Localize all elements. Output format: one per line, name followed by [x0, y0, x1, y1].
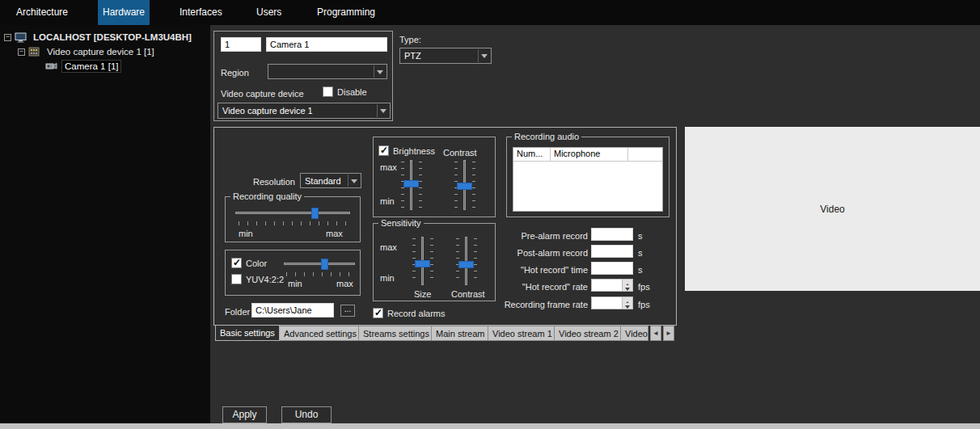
hot-record-rate-field[interactable]	[592, 280, 623, 291]
recording-frame-rate-label: Recording frame rate	[484, 299, 588, 310]
browse-button[interactable]: ...	[340, 305, 355, 317]
menu-interfaces[interactable]: Interfaces	[180, 0, 222, 25]
tab-scroll-left-icon[interactable]: ◄	[650, 326, 661, 341]
record-alarms-label: Record alarms	[387, 309, 446, 318]
pre-alarm-label: Pre-alarm record	[484, 230, 588, 242]
sensitivity-size-slider[interactable]	[412, 237, 433, 285]
slider-ticks	[419, 162, 422, 208]
slider-track	[235, 212, 350, 214]
slider-ticks	[472, 162, 475, 208]
disable-checkbox-label: Disable	[337, 87, 367, 97]
tree-row-localhost[interactable]: LOCALHOST [DESKTOP-LM3U4BH]	[0, 30, 210, 44]
tab-video-stream-2[interactable]: Video stream 2	[555, 326, 621, 341]
hot-record-time-field[interactable]	[591, 262, 633, 275]
brightness-checkbox[interactable]: Brightness	[378, 145, 435, 156]
post-alarm-label: Post-alarm record	[484, 247, 588, 259]
record-alarms-checkbox[interactable]: Record alarms	[373, 308, 446, 318]
capture-device-select[interactable]: Video capture device 1	[218, 103, 391, 119]
tree-item-camera[interactable]: Camera 1 [1]	[61, 60, 121, 73]
status-bar	[0, 423, 980, 429]
recording-audio-group: Recording audio Num... Microphone	[506, 137, 670, 217]
brightness-checkbox-label: Brightness	[393, 146, 435, 156]
video-preview-label: Video	[820, 204, 844, 215]
tab-main-stream[interactable]: Main stream	[432, 326, 488, 341]
stepper-down-icon[interactable]	[623, 303, 632, 309]
checkbox-icon	[373, 308, 383, 318]
checkbox-icon	[323, 86, 333, 97]
recording-frame-rate-stepper[interactable]	[591, 297, 633, 309]
audio-col-number[interactable]: Num...	[513, 148, 551, 161]
slider-thumb[interactable]	[311, 208, 319, 219]
color-group: Color YUV4:2:2 min max	[225, 250, 361, 296]
tree-row-capture-device[interactable]: Video capture device 1 [1]	[0, 44, 210, 59]
tab-scroll-right-icon[interactable]: ►	[663, 326, 674, 341]
tab-video[interactable]: Video	[621, 326, 648, 341]
tree-row-camera[interactable]: Camera 1 [1]	[0, 59, 210, 74]
recording-quality-group: Recording quality min max	[225, 196, 361, 242]
collapse-icon[interactable]	[4, 34, 11, 41]
menu-architecture[interactable]: Architecture	[16, 0, 68, 25]
recording-quality-slider[interactable]	[235, 206, 350, 221]
slider-ticks	[239, 221, 347, 225]
chevron-down-icon	[374, 65, 386, 78]
chevron-down-icon	[348, 175, 360, 187]
size-label: Size	[414, 288, 431, 300]
hot-record-rate-stepper[interactable]	[591, 279, 633, 292]
sensitivity-contrast-slider[interactable]	[456, 237, 477, 285]
contrast-label: Contrast	[443, 147, 477, 158]
slider-thumb[interactable]	[415, 260, 430, 267]
apply-button[interactable]: Apply	[222, 406, 267, 423]
recording-frame-rate-unit: fps	[638, 299, 650, 310]
hot-record-time-label: "Hot record" time	[484, 264, 588, 275]
tab-advanced-settings[interactable]: Advanced settings	[280, 326, 359, 341]
chevron-down-icon	[377, 104, 389, 117]
tab-streams-settings[interactable]: Streams settings	[359, 326, 432, 341]
post-alarm-field[interactable]	[591, 245, 633, 258]
undo-button[interactable]: Undo	[281, 406, 332, 423]
tab-basic-settings[interactable]: Basic settings	[215, 326, 280, 341]
folder-field[interactable]	[251, 303, 334, 318]
menu-users[interactable]: Users	[256, 0, 281, 25]
hot-record-rate-unit: fps	[638, 281, 650, 292]
stepper-up-icon[interactable]	[623, 297, 632, 303]
menu-programming[interactable]: Programming	[317, 0, 375, 25]
color-checkbox[interactable]: Color	[231, 258, 267, 268]
tab-video-stream-1[interactable]: Video stream 1	[488, 326, 555, 341]
color-slider[interactable]	[284, 257, 355, 271]
slider-thumb[interactable]	[321, 259, 328, 270]
camera-number-field[interactable]	[221, 37, 261, 52]
disable-checkbox[interactable]: Disable	[323, 86, 367, 97]
resolution-select[interactable]: Standard	[300, 173, 361, 188]
stepper-up-icon[interactable]	[623, 280, 632, 285]
slider-thumb[interactable]	[403, 180, 419, 187]
tree-item-localhost[interactable]: LOCALHOST [DESKTOP-LM3U4BH]	[31, 32, 194, 43]
brightness-max-label: max	[380, 162, 397, 173]
camera-name-field[interactable]	[266, 37, 387, 52]
tree-item-capture-device[interactable]: Video capture device 1 [1]	[44, 46, 157, 57]
menu-hardware[interactable]: Hardware	[98, 0, 150, 25]
pre-alarm-unit: s	[638, 230, 643, 242]
contrast-slider[interactable]	[454, 160, 475, 210]
slider-ticks	[430, 238, 433, 284]
capture-device-label: Video capture device	[221, 88, 304, 99]
region-select[interactable]	[268, 64, 387, 79]
post-alarm-unit: s	[638, 247, 643, 259]
camera-icon	[45, 61, 58, 72]
slider-thumb[interactable]	[457, 183, 472, 190]
recording-audio-list[interactable]: Num... Microphone	[513, 147, 663, 212]
slider-thumb[interactable]	[458, 261, 474, 268]
collapse-icon[interactable]	[18, 48, 25, 56]
color-min-label: min	[288, 278, 302, 289]
checkbox-icon	[231, 258, 242, 268]
pre-alarm-field[interactable]	[591, 228, 633, 241]
audio-col-microphone[interactable]: Microphone	[551, 148, 628, 161]
sensitivity-title: Sensitivity	[378, 218, 424, 228]
top-menu-bar: Architecture Hardware Interfaces Users P…	[0, 0, 980, 25]
yuv-checkbox[interactable]: YUV4:2:2	[231, 274, 284, 284]
slider-track	[284, 263, 355, 265]
quality-min-label: min	[239, 228, 253, 239]
recording-frame-rate-field[interactable]	[592, 297, 623, 309]
brightness-slider[interactable]	[401, 160, 422, 210]
type-select[interactable]: PTZ	[399, 48, 492, 64]
stepper-down-icon[interactable]	[623, 285, 632, 291]
